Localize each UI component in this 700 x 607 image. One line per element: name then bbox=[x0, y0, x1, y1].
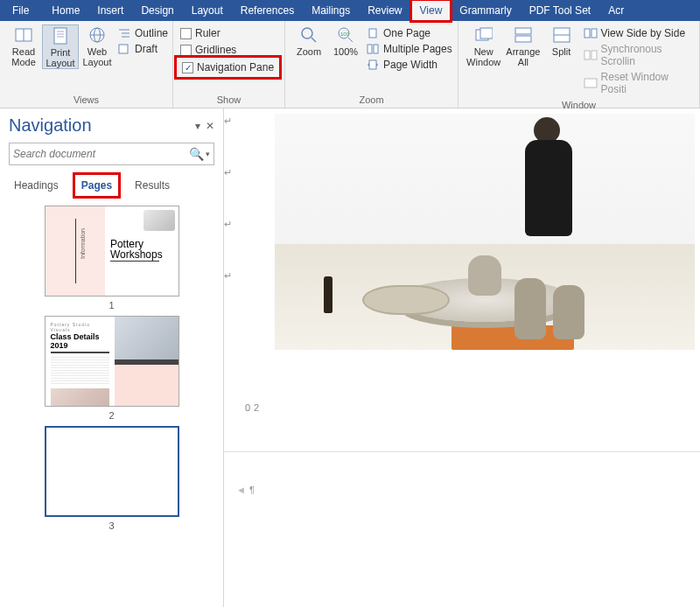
sync-scroll-label: Synchronous Scrollin bbox=[601, 43, 694, 67]
side-by-side-label: View Side by Side bbox=[601, 27, 686, 39]
zoom-group-label: Zoom bbox=[285, 94, 458, 108]
thumbnail-page-3[interactable] bbox=[45, 426, 179, 517]
new-window-icon bbox=[475, 26, 493, 44]
svg-rect-24 bbox=[515, 28, 531, 34]
nav-tab-pages[interactable]: Pages bbox=[76, 176, 117, 195]
show-group-label: Show bbox=[173, 94, 284, 108]
paragraph-marks: ↵ ↵ ↵ ↵ bbox=[224, 115, 232, 282]
one-page-label: One Page bbox=[383, 27, 430, 39]
split-icon bbox=[553, 26, 570, 44]
draft-label: Draft bbox=[135, 43, 158, 55]
hundred-percent-label: 100% bbox=[333, 46, 358, 57]
arrange-all-label: Arrange All bbox=[506, 46, 540, 67]
search-input[interactable] bbox=[13, 148, 187, 160]
web-layout-button[interactable]: Web Layout bbox=[79, 24, 116, 67]
ruler-checkbox[interactable]: Ruler bbox=[178, 26, 222, 40]
search-icon[interactable]: 🔍 bbox=[187, 147, 206, 161]
read-mode-button[interactable]: Read Mode bbox=[5, 24, 42, 67]
navigation-pane-label: Navigation Pane bbox=[197, 61, 274, 73]
anchor-icon: ◄ bbox=[236, 485, 246, 495]
svg-rect-2 bbox=[54, 28, 66, 44]
new-window-label: New Window bbox=[466, 46, 500, 67]
svg-rect-28 bbox=[584, 29, 590, 38]
page-number-text: 02 bbox=[245, 402, 262, 413]
search-dropdown-icon[interactable]: ▾ bbox=[206, 150, 210, 158]
menu-tabs: File Home Insert Design Layout Reference… bbox=[0, 0, 700, 21]
print-layout-button[interactable]: Print Layout bbox=[42, 24, 79, 69]
page-width-button[interactable]: Page Width bbox=[366, 58, 452, 72]
svg-rect-30 bbox=[584, 51, 590, 59]
thumb2-title: Class Details 2019 bbox=[51, 332, 109, 350]
svg-rect-29 bbox=[592, 29, 597, 38]
print-layout-icon bbox=[52, 27, 69, 45]
tab-mailings[interactable]: Mailings bbox=[303, 0, 359, 21]
view-side-by-side-button[interactable]: View Side by Side bbox=[584, 26, 694, 40]
nav-tab-results[interactable]: Results bbox=[130, 176, 175, 195]
multiple-pages-label: Multiple Pages bbox=[383, 43, 452, 55]
magnifier-icon bbox=[300, 26, 318, 44]
close-icon[interactable]: ✕ bbox=[206, 120, 214, 132]
tab-review[interactable]: Review bbox=[359, 0, 410, 21]
one-page-button[interactable]: One Page bbox=[366, 26, 452, 40]
pilcrow-icon: ¶ bbox=[249, 485, 255, 495]
arrange-all-button[interactable]: Arrange All bbox=[503, 24, 542, 67]
tab-design[interactable]: Design bbox=[132, 0, 182, 21]
synchronous-scrolling-button[interactable]: Synchronous Scrollin bbox=[584, 42, 694, 68]
side-by-side-icon bbox=[584, 27, 598, 39]
gridlines-checkbox[interactable]: Gridlines bbox=[178, 43, 238, 57]
multiple-pages-icon bbox=[366, 43, 380, 55]
thumbnail-page-2[interactable]: Pottery Studio Visuals Class Details 201… bbox=[45, 316, 179, 407]
svg-point-13 bbox=[302, 28, 312, 38]
tab-references[interactable]: References bbox=[232, 0, 303, 21]
new-window-button[interactable]: New Window bbox=[464, 24, 503, 67]
thumb1-side-text: Information bbox=[80, 228, 87, 259]
hundred-percent-button[interactable]: 100 100% bbox=[327, 24, 364, 57]
web-layout-icon bbox=[88, 26, 106, 44]
checkbox-icon bbox=[180, 28, 192, 39]
outline-label: Outline bbox=[135, 27, 168, 39]
tab-acrobat-truncated[interactable]: Acr bbox=[599, 0, 633, 21]
split-button[interactable]: Split bbox=[543, 24, 580, 57]
thumb1-title-2: Workshops bbox=[110, 248, 173, 262]
outline-button[interactable]: Outline bbox=[117, 26, 168, 40]
tab-view[interactable]: View bbox=[411, 0, 452, 21]
split-label: Split bbox=[552, 46, 570, 57]
read-mode-icon bbox=[15, 26, 32, 44]
thumbnail-page-1[interactable]: Information Pottery Workshops bbox=[45, 206, 179, 297]
svg-line-14 bbox=[312, 38, 316, 42]
tab-home[interactable]: Home bbox=[43, 0, 88, 21]
reset-pos-label: Reset Window Positi bbox=[601, 71, 694, 95]
pilcrow-icon: ↵ bbox=[224, 115, 232, 127]
checkbox-checked-icon: ✓ bbox=[182, 62, 193, 73]
svg-rect-25 bbox=[515, 36, 531, 42]
document-area[interactable]: ↵ ↵ ↵ ↵ 02 ◄ ¶ bbox=[224, 108, 700, 607]
svg-rect-32 bbox=[584, 79, 597, 87]
tab-insert[interactable]: Insert bbox=[88, 0, 132, 21]
thumbnail-2-number: 2 bbox=[108, 410, 114, 421]
tab-grammarly[interactable]: Grammarly bbox=[451, 0, 520, 21]
tab-file[interactable]: File bbox=[0, 0, 43, 21]
page-separator bbox=[224, 451, 700, 452]
search-box[interactable]: 🔍 ▾ bbox=[9, 143, 214, 165]
nav-tab-headings[interactable]: Headings bbox=[9, 176, 64, 195]
navigation-pane-checkbox[interactable]: ✓ Navigation Pane bbox=[178, 59, 277, 75]
navigation-pane: Navigation ▾ ✕ 🔍 ▾ Headings Pages Result… bbox=[0, 108, 224, 607]
reset-window-position-button[interactable]: Reset Window Positi bbox=[584, 70, 694, 96]
gridlines-label: Gridlines bbox=[195, 44, 236, 56]
document-image-pottery[interactable] bbox=[275, 114, 695, 350]
zoom-button[interactable]: Zoom bbox=[290, 24, 327, 57]
zoom-label: Zoom bbox=[297, 46, 321, 57]
multiple-pages-button[interactable]: Multiple Pages bbox=[366, 42, 452, 56]
pilcrow-icon: ↵ bbox=[224, 270, 232, 282]
pilcrow-icon: ↵ bbox=[224, 167, 232, 178]
svg-rect-23 bbox=[480, 28, 493, 38]
tab-layout[interactable]: Layout bbox=[183, 0, 232, 21]
hundred-percent-icon: 100 bbox=[337, 26, 354, 44]
draft-button[interactable]: Draft bbox=[117, 42, 168, 56]
thumb2-subtitle: Pottery Studio Visuals bbox=[51, 322, 109, 332]
svg-line-17 bbox=[348, 38, 353, 42]
read-mode-label: Read Mode bbox=[11, 46, 36, 67]
dropdown-icon[interactable]: ▾ bbox=[195, 120, 200, 132]
svg-rect-21 bbox=[369, 60, 376, 69]
tab-pdf-tool-set[interactable]: PDF Tool Set bbox=[521, 0, 599, 21]
